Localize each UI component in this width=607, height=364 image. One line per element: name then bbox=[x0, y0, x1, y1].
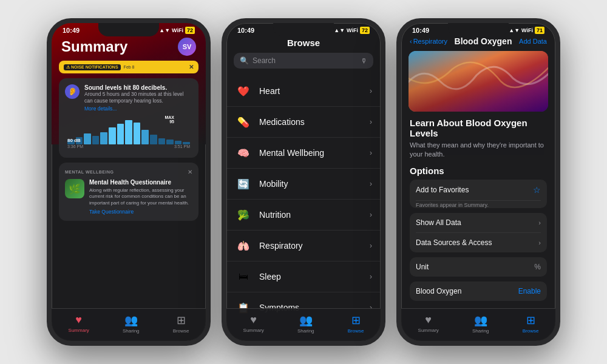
mental-wellbeing-label: Mental Wellbeing bbox=[259, 148, 324, 158]
bar-13 bbox=[166, 140, 174, 144]
browse-item-nutrition-left: 🥦 Nutrition bbox=[235, 206, 291, 223]
options-title: Options bbox=[410, 166, 547, 176]
battery-2: 72 bbox=[360, 27, 370, 34]
medications-label: Medications bbox=[259, 117, 305, 127]
bar-9 bbox=[134, 123, 141, 144]
summary-title: Summary bbox=[61, 38, 127, 55]
add-to-favorites-row[interactable]: Add to Favorites ☆ bbox=[416, 180, 541, 201]
sharing-nav-icon-1: 👥 bbox=[124, 314, 138, 327]
more-details-link[interactable]: More details... bbox=[84, 106, 192, 112]
heart-nav-icon-2: ♥ bbox=[250, 314, 257, 326]
browse-item-sleep-left: 🛏 Sleep bbox=[235, 268, 281, 285]
nav-sharing-label-2: Sharing bbox=[297, 328, 314, 334]
enable-button[interactable]: Enable bbox=[518, 287, 541, 295]
medications-chevron: › bbox=[370, 118, 372, 126]
show-all-data-chevron: › bbox=[538, 219, 541, 226]
notif-badge: ⚠ NOISE NOTIFICATIONS bbox=[64, 64, 121, 70]
summary-header: Summary SV bbox=[52, 35, 206, 61]
mobility-chevron: › bbox=[370, 180, 372, 188]
time-1: 10:49 bbox=[63, 27, 80, 34]
detail-title: Blood Oxygen bbox=[455, 36, 512, 46]
nav-browse-label-2: Browse bbox=[348, 328, 364, 334]
wifi-icon-1: WiFi bbox=[172, 27, 183, 33]
phone2-content: Browse 🔍 Search 🎙 ❤️ Heart › 💊 Med bbox=[226, 35, 381, 336]
browse-item-nutrition[interactable]: 🥦 Nutrition › bbox=[226, 200, 381, 231]
sound-text: Sound levels hit 80 decibels. Around 5 h… bbox=[84, 84, 192, 112]
learn-section: Learn About Blood Oxygen Levels What the… bbox=[401, 118, 555, 166]
phone-browse: 10:49 ▲▼ WiFi 72 Browse 🔍 Search 🎙 ❤️ He… bbox=[222, 18, 385, 346]
signal-icon-3: ▲▼ bbox=[509, 27, 520, 33]
sharing-nav-icon-2: 👥 bbox=[299, 314, 313, 327]
browse-nav-icon-1: ⊞ bbox=[177, 314, 186, 327]
bottom-nav-3: ♥ Summary 👥 Sharing ⊞ Browse bbox=[401, 308, 555, 341]
sleep-icon: 🛏 bbox=[235, 268, 252, 285]
bar-4 bbox=[92, 136, 100, 144]
browse-item-heart[interactable]: ❤️ Heart › bbox=[226, 76, 381, 107]
status-bar-2: 10:49 ▲▼ WiFi 72 bbox=[226, 23, 381, 35]
browse-item-medications[interactable]: 💊 Medications › bbox=[226, 107, 381, 138]
wifi-icon-2: WiFi bbox=[347, 27, 358, 33]
nav-sharing-3[interactable]: 👥 Sharing bbox=[472, 314, 489, 334]
notif-date: Feb 8 bbox=[124, 65, 135, 69]
sharing-nav-icon-3: 👥 bbox=[474, 314, 487, 327]
bar-12 bbox=[158, 138, 166, 144]
data-sources-label: Data Sources & Access bbox=[416, 238, 492, 247]
phone-blood-oxygen: 10:49 ▲▼ WiFi 71 ‹ Respiratory Blood Oxy… bbox=[396, 18, 560, 346]
sound-chart: 80 dB MAX 95 bbox=[65, 115, 192, 152]
time-2: 10:49 bbox=[237, 27, 254, 34]
mental-icon: 🌿 bbox=[65, 179, 84, 198]
bottom-nav-2: ♥ Summary 👥 Sharing ⊞ Browse bbox=[226, 308, 381, 341]
back-label: Respiratory bbox=[413, 38, 447, 45]
noise-notification[interactable]: ⚠ NOISE NOTIFICATIONS Feb 8 ✕ bbox=[59, 61, 198, 73]
add-data-button[interactable]: Add Data bbox=[519, 38, 547, 45]
ear-icon: 👂 bbox=[65, 84, 80, 99]
show-all-data-row[interactable]: Show All Data › bbox=[416, 213, 541, 233]
mental-close[interactable]: ✕ bbox=[188, 169, 192, 175]
sleep-label: Sleep bbox=[259, 272, 281, 281]
mic-icon: 🎙 bbox=[361, 57, 367, 64]
take-questionnaire-link[interactable]: Take Questionnaire bbox=[89, 209, 192, 215]
nav-summary-1[interactable]: ♥ Summary bbox=[69, 314, 89, 334]
max-value: 95 bbox=[164, 120, 174, 124]
blood-oxygen-option-label: Blood Oxygen bbox=[416, 287, 461, 295]
browse-title: Browse bbox=[226, 35, 381, 53]
unit-value: % bbox=[534, 263, 541, 271]
nav-browse-3[interactable]: ⊞ Browse bbox=[523, 314, 539, 334]
notif-close[interactable]: ✕ bbox=[189, 64, 194, 70]
nav-summary-2[interactable]: ♥ Summary bbox=[243, 314, 264, 334]
bottom-nav-1: ♥ Summary 👥 Sharing ⊞ Browse bbox=[52, 308, 206, 341]
sound-card-header: 👂 Sound levels hit 80 decibels. Around 5… bbox=[65, 84, 192, 112]
nav-sharing-1[interactable]: 👥 Sharing bbox=[123, 314, 140, 334]
browse-item-mental[interactable]: 🧠 Mental Wellbeing › bbox=[226, 138, 381, 169]
back-button[interactable]: ‹ Respiratory bbox=[410, 38, 447, 45]
data-sources-row[interactable]: Data Sources & Access › bbox=[416, 233, 541, 252]
nav-summary-3[interactable]: ♥ Summary bbox=[418, 314, 439, 334]
chart-labels: 3:36 PM 3:51 PM bbox=[65, 144, 192, 149]
browse-item-respiratory[interactable]: 🫁 Respiratory › bbox=[226, 231, 381, 261]
nutrition-label: Nutrition bbox=[259, 210, 291, 220]
browse-item-mobility-left: 🔄 Mobility bbox=[235, 175, 288, 192]
phone3-content: ‹ Respiratory Blood Oxygen Add Data bbox=[401, 35, 555, 336]
status-bar-3: 10:49 ▲▼ WiFi 71 bbox=[401, 23, 555, 35]
phone1-content: Summary SV ⚠ NOISE NOTIFICATIONS Feb 8 ✕… bbox=[52, 35, 206, 336]
avatar[interactable]: SV bbox=[178, 38, 196, 56]
nav-browse-2[interactable]: ⊞ Browse bbox=[348, 314, 364, 334]
phone-summary: 10:49 ▲▼ WiFi 72 Summary SV ⚠ NOISE NOTI… bbox=[47, 18, 211, 346]
browse-item-sleep[interactable]: 🛏 Sleep › bbox=[226, 261, 381, 292]
mental-content: 🌿 Mental Health Questionnaire Along with… bbox=[65, 179, 192, 215]
status-bar-1: 10:49 ▲▼ WiFi 72 bbox=[52, 23, 206, 35]
nav-browse-1[interactable]: ⊞ Browse bbox=[173, 314, 189, 334]
nav-sharing-2[interactable]: 👥 Sharing bbox=[297, 314, 314, 334]
search-bar[interactable]: 🔍 Search 🎙 bbox=[234, 53, 373, 69]
show-all-data-label: Show All Data bbox=[416, 218, 461, 227]
unit-label: Unit bbox=[416, 263, 429, 271]
status-icons-1: ▲▼ WiFi 72 bbox=[159, 27, 195, 34]
add-to-favorites-label: Add to Favorites bbox=[416, 186, 469, 194]
nav-summary-label-1: Summary bbox=[69, 328, 89, 333]
bars-row bbox=[65, 120, 192, 144]
browse-item-mental-left: 🧠 Mental Wellbeing bbox=[235, 144, 324, 161]
sleep-chevron: › bbox=[370, 272, 372, 281]
medications-icon: 💊 bbox=[235, 113, 252, 130]
browse-item-mobility[interactable]: 🔄 Mobility › bbox=[226, 169, 381, 200]
bar-11 bbox=[150, 135, 157, 144]
